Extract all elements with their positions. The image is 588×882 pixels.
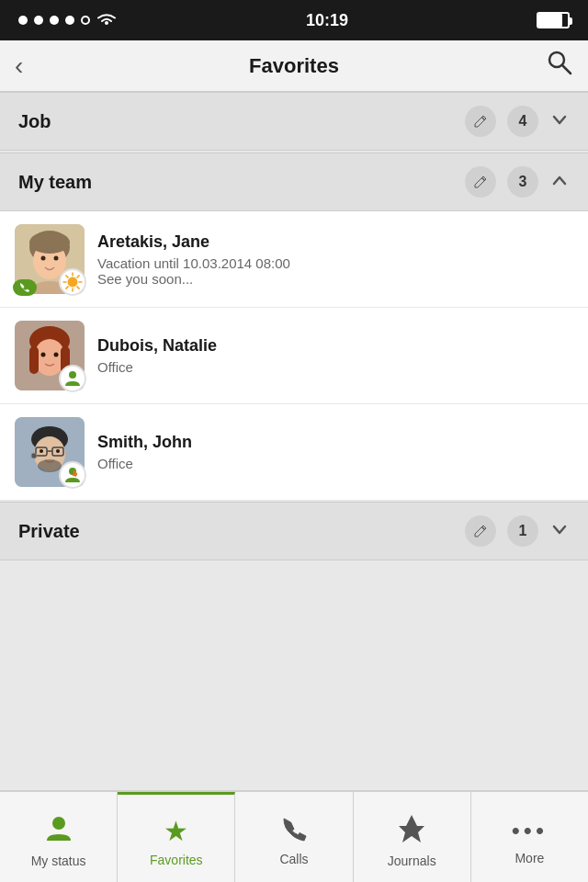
search-button[interactable] xyxy=(546,49,573,83)
natalie-status: Office xyxy=(97,359,573,375)
section-my-team: My team 3 xyxy=(0,153,588,500)
section-job-chevron[interactable] xyxy=(549,109,570,134)
main-content: Job 4 My team xyxy=(0,92,588,790)
contact-item-natalie[interactable]: Dubois, Natalie Office xyxy=(0,308,588,404)
status-bar: 10:19 xyxy=(0,0,588,40)
wifi-icon xyxy=(96,12,118,28)
section-job-controls: 4 xyxy=(465,106,570,137)
jane-name: Aretakis, Jane xyxy=(97,232,573,252)
more-icon: ••• xyxy=(512,817,548,845)
svg-point-9 xyxy=(68,277,77,287)
jane-message: See you soon... xyxy=(97,271,573,287)
svg-point-33 xyxy=(56,449,60,453)
svg-point-7 xyxy=(54,256,59,261)
my-status-label: My status xyxy=(31,854,86,868)
contact-item-jane[interactable]: Aretakis, Jane Vacation until 10.03.2014… xyxy=(0,211,588,308)
john-status-icon xyxy=(59,461,86,489)
natalie-name: Dubois, Natalie xyxy=(97,336,573,356)
svg-line-16 xyxy=(77,276,79,277)
section-my-team-header[interactable]: My team 3 xyxy=(0,153,588,211)
svg-point-5 xyxy=(29,232,70,254)
section-private-title: Private xyxy=(18,521,80,542)
my-team-contact-list: Aretakis, Jane Vacation until 10.03.2014… xyxy=(0,211,588,500)
section-my-team-title: My team xyxy=(18,172,92,193)
natalie-avatar-container xyxy=(15,321,85,390)
jane-status-icon xyxy=(59,268,86,296)
section-job-edit-button[interactable] xyxy=(465,106,496,137)
favorites-label: Favorites xyxy=(150,853,203,867)
john-status: Office xyxy=(97,456,573,471)
section-my-team-edit-button[interactable] xyxy=(465,166,496,198)
svg-line-15 xyxy=(77,287,79,288)
svg-rect-21 xyxy=(29,346,39,374)
section-job-title: Job xyxy=(18,111,51,132)
natalie-info: Dubois, Natalie Office xyxy=(97,336,573,375)
section-job-count: 4 xyxy=(507,106,538,137)
john-avatar-container xyxy=(15,417,85,487)
section-private-controls: 1 xyxy=(465,515,570,547)
calls-label: Calls xyxy=(279,852,308,866)
section-private: Private 1 xyxy=(0,502,588,560)
section-my-team-controls: 3 xyxy=(465,166,570,198)
section-private-chevron[interactable] xyxy=(549,519,570,544)
dot-5 xyxy=(81,16,90,25)
contact-item-john[interactable]: Smith, John Office xyxy=(0,404,588,500)
john-name: Smith, John xyxy=(97,433,573,452)
page-title: Favorites xyxy=(249,54,339,78)
svg-point-34 xyxy=(38,459,62,472)
tab-calls[interactable]: Calls xyxy=(235,792,353,882)
battery-fill xyxy=(538,14,562,27)
section-private-count: 1 xyxy=(507,515,538,547)
john-info: Smith, John Office xyxy=(97,433,573,471)
nav-bar: ‹ Favorites xyxy=(0,40,588,92)
battery-icon xyxy=(537,12,570,28)
dot-3 xyxy=(50,16,59,25)
svg-line-17 xyxy=(66,287,68,288)
tab-more[interactable]: ••• More xyxy=(471,792,588,882)
dot-4 xyxy=(65,16,74,25)
svg-point-23 xyxy=(41,353,46,357)
section-private-edit-button[interactable] xyxy=(465,515,496,547)
jane-info: Aretakis, Jane Vacation until 10.03.2014… xyxy=(97,232,573,287)
svg-line-1 xyxy=(562,65,571,74)
section-private-header[interactable]: Private 1 xyxy=(0,502,588,560)
calls-icon xyxy=(278,815,310,846)
signal-dots xyxy=(18,16,90,25)
svg-point-32 xyxy=(40,449,43,453)
more-label: More xyxy=(514,851,544,865)
tab-favorites[interactable]: ★ Favorites xyxy=(118,792,235,882)
back-button[interactable]: ‹ xyxy=(15,51,23,81)
tab-journals[interactable]: Journals xyxy=(354,792,471,882)
natalie-status-icon xyxy=(59,365,86,392)
dot-1 xyxy=(18,16,28,25)
svg-point-25 xyxy=(69,371,76,379)
my-status-icon xyxy=(43,813,74,848)
svg-point-6 xyxy=(41,256,46,261)
svg-line-14 xyxy=(66,276,68,277)
jane-avatar-container xyxy=(15,224,85,294)
tab-bar: My status ★ Favorites Calls Journals •••… xyxy=(0,790,588,882)
jane-status: Vacation until 10.03.2014 08:00 xyxy=(97,255,573,271)
journals-icon xyxy=(399,813,424,848)
svg-point-24 xyxy=(54,353,59,357)
section-my-team-count: 3 xyxy=(507,166,538,198)
journals-label: Journals xyxy=(388,854,436,868)
svg-point-35 xyxy=(31,453,37,458)
section-job-header[interactable]: Job 4 xyxy=(0,92,588,151)
svg-marker-38 xyxy=(399,815,424,842)
section-my-team-chevron[interactable] xyxy=(549,170,570,195)
jane-phone-icon xyxy=(13,279,37,296)
section-job: Job 4 xyxy=(0,92,588,151)
status-time: 10:19 xyxy=(306,11,348,30)
tab-my-status[interactable]: My status xyxy=(0,792,118,882)
favorites-icon: ★ xyxy=(164,815,188,847)
svg-point-37 xyxy=(52,817,65,830)
dot-2 xyxy=(34,16,43,25)
